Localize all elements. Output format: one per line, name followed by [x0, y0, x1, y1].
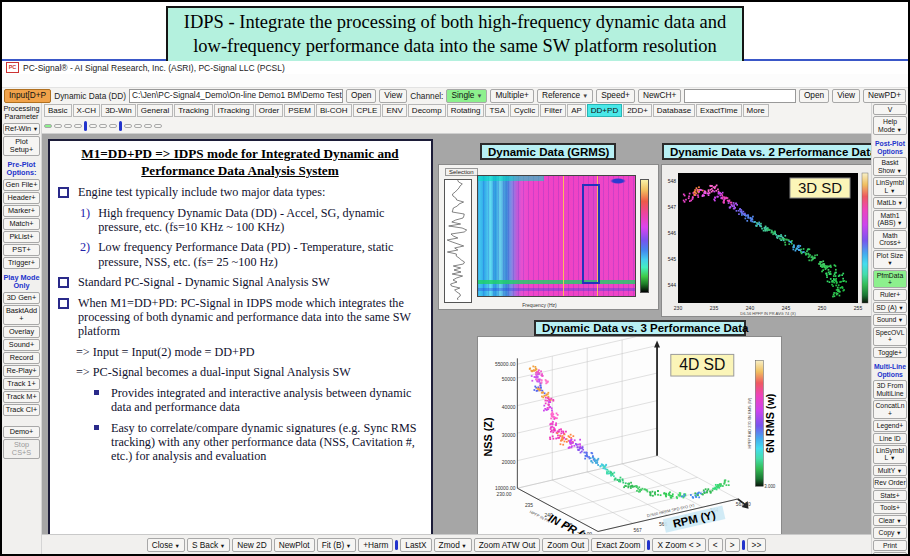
bottom-toolbar-button[interactable]: > ▼	[725, 538, 740, 552]
parameter-tab[interactable]: AP ▼	[567, 104, 586, 117]
left-sidebar-button[interactable]: PST+ ▼	[3, 244, 40, 256]
newpd-button[interactable]: NewPD+	[863, 89, 906, 103]
file-path-combobox[interactable]: C:\Jen\PC-Signal4_Demo\On-line Demo1 BM\…	[129, 89, 343, 103]
text-item[interactable]: => PC-Signal becomes a dual-input Signal…	[56, 365, 424, 379]
idps-button[interactable]	[99, 124, 107, 128]
right-sidebar-button[interactable]: Ruler+ ▼	[873, 289, 907, 300]
bottom-toolbar-button[interactable]: Fit (B) ▼	[317, 538, 357, 552]
idps-button[interactable]	[89, 124, 97, 128]
bottom-toolbar-button[interactable]: Zoom Out ▼	[542, 538, 589, 552]
right-sidebar-button[interactable]: Math Cross+ ▼	[873, 230, 907, 249]
parameter-tab[interactable]: X-CH ▼	[73, 104, 101, 117]
right-sidebar-button[interactable]: 3D From MultiLine ▼	[873, 380, 907, 399]
scatter-plot-2pd[interactable]: 548547546545544230235240245250255D6-56 H…	[662, 165, 871, 316]
idps-button[interactable]	[124, 124, 132, 128]
right-sidebar-button[interactable]: Baskt Show ▼	[873, 157, 907, 176]
bottom-toolbar-button[interactable]: Close ▼	[147, 538, 185, 552]
left-sidebar-button[interactable]: Re-Play+ ▼	[3, 365, 40, 377]
pd-path-field[interactable]	[684, 89, 795, 103]
parameter-tab[interactable]: More ▼	[743, 104, 769, 117]
parameter-tab[interactable]: DD+PD ▼	[587, 104, 622, 117]
view-button[interactable]: View	[379, 89, 407, 103]
right-sidebar-button[interactable]: Legend+ ▼	[873, 420, 907, 431]
parameter-tab[interactable]: 3D-Win ▼	[101, 104, 136, 117]
scatter-plot-3d[interactable]: 55000.005000040000300002000010000.00230.…	[478, 337, 781, 534]
parameter-tab[interactable]: iTracking ▼	[214, 104, 254, 117]
text-item[interactable]: Engine test typically include two major …	[56, 185, 424, 199]
idps-button[interactable]	[44, 124, 52, 128]
idps-button[interactable]	[154, 124, 162, 128]
right-sidebar-button[interactable]: MultY ▼	[873, 465, 907, 476]
left-sidebar-button[interactable]: Demo+ ▼	[3, 426, 40, 438]
channel-multiple-button[interactable]: Multiple+	[490, 89, 533, 103]
left-sidebar-button[interactable]: PkList+ ▼	[3, 231, 40, 243]
text-item[interactable]: 1) High frequency Dynamic Data (DD) - Ac…	[56, 206, 424, 234]
parameter-tab[interactable]: Bi-COH ▼	[316, 104, 352, 117]
right-sidebar-button[interactable]: Sound ▼	[873, 314, 907, 325]
channel-single-dropdown[interactable]: Single▼	[446, 89, 487, 103]
parameter-tab[interactable]: ENV ▼	[382, 104, 406, 117]
scatter2pd-plot-panel[interactable]: 548547546545544230235240245250255D6-56 H…	[661, 164, 871, 317]
newch-button[interactable]: NewCH+	[638, 89, 681, 103]
left-sidebar-button[interactable]: Plot Setup+ ▼	[3, 136, 40, 156]
parameter-tab[interactable]: General ▼	[137, 104, 173, 117]
parameter-tab[interactable]: ExactTime ▼	[696, 104, 742, 117]
right-sidebar-button[interactable]: SpecOVL+ ▼	[873, 327, 907, 346]
left-sidebar-button[interactable]: Track M+ ▼	[3, 391, 40, 403]
bottom-toolbar-button[interactable]: Zoom ATW Out ▼	[474, 538, 541, 552]
right-sidebar-button[interactable]: Math1 (ABS) ▼	[873, 210, 907, 229]
parameter-tab[interactable]: Basic ▼	[44, 104, 72, 117]
bottom-toolbar-button[interactable]: Exact Zoom ▼	[591, 538, 645, 552]
right-sidebar-button[interactable]: Help Mode ▼	[873, 116, 907, 135]
open-button[interactable]: Open	[346, 89, 376, 103]
parameter-tab[interactable]: Order ▼	[255, 104, 283, 117]
right-sidebar-button[interactable]: Line ID ▼	[873, 433, 907, 444]
bottom-toolbar-button[interactable]: X Zoom < > ▼	[652, 538, 705, 552]
bottom-toolbar-button[interactable]: NewPlot ▼	[274, 538, 315, 552]
right-sidebar-button[interactable]: Tools+ ▼	[873, 502, 907, 513]
left-sidebar-button[interactable]: Trigger+ ▼	[3, 257, 40, 269]
left-sidebar-button[interactable]: Track 1+ ▼	[3, 378, 40, 390]
parameter-tab[interactable]: 2DD+ ▼	[623, 104, 652, 117]
parameter-tab[interactable]: Filter ▼	[540, 104, 566, 117]
right-sidebar-button[interactable]: Copy ▼	[873, 527, 907, 538]
left-sidebar-button[interactable]: Track CI+ ▼	[3, 404, 40, 416]
right-sidebar-button[interactable]: Plot Size ▼	[873, 250, 907, 269]
parameter-tab[interactable]: Rotating ▼	[447, 104, 485, 117]
pd-open-button[interactable]: Open	[799, 89, 829, 103]
bottom-toolbar-button[interactable]: LastX ▼	[400, 538, 431, 552]
right-sidebar-button[interactable]: ConcatLn+ ▼	[873, 400, 907, 419]
idps-button[interactable]	[144, 124, 152, 128]
parameter-tab[interactable]: Tracking ▼	[174, 104, 212, 117]
reference-dropdown[interactable]: Reference▼	[537, 89, 593, 103]
left-sidebar-button[interactable]: Header+ ▼	[3, 192, 40, 204]
right-sidebar-button[interactable]: MatLb ▼	[873, 197, 907, 208]
text-item[interactable]: => Input = Input(2) mode = DD+PD	[56, 345, 424, 359]
idps-button[interactable]	[134, 124, 142, 128]
right-sidebar-button[interactable]: SD (A) ▼	[873, 302, 907, 313]
text-item[interactable]: When M1=DD+PD: PC-Signal in IDPS mode wh…	[56, 296, 424, 338]
selection-button[interactable]: Selection	[445, 168, 478, 176]
bottom-toolbar-button[interactable]: < ▼	[708, 538, 723, 552]
bottom-toolbar-button[interactable]: Zmod ▼	[434, 538, 472, 552]
parameter-tab[interactable]: TSA ▼	[485, 104, 509, 117]
right-sidebar-button[interactable]: Recall ▼	[873, 552, 907, 554]
speed-button[interactable]: Speed+	[596, 89, 635, 103]
pd-view-button[interactable]: View	[832, 89, 860, 103]
scatter3pd-plot-panel[interactable]: 55000.005000040000300002000010000.00230.…	[477, 336, 782, 534]
bottom-toolbar-button[interactable]: New 2D ▼	[232, 538, 272, 552]
idps-button[interactable]	[74, 124, 82, 128]
left-sidebar-button[interactable]: BasktAdd+ ▼	[3, 305, 40, 325]
right-sidebar-button[interactable]: Stats+ ▼	[873, 490, 907, 501]
right-sidebar-button[interactable]: Rev Order ▼	[873, 477, 907, 488]
text-item[interactable]: 2) Low frequency Performance Data (PD) -…	[56, 240, 424, 268]
bottom-toolbar-button[interactable]: S Back ▼	[187, 538, 230, 552]
selection-box[interactable]	[582, 184, 600, 284]
right-sidebar-button[interactable]: PfmData + ▼	[873, 270, 907, 289]
parameter-tab[interactable]: Cyclic ▼	[510, 104, 539, 117]
bottom-toolbar-button[interactable]: >> ▼	[747, 538, 767, 552]
parameter-tab[interactable]: Database ▼	[653, 104, 695, 117]
text-item[interactable]: Easy to correlate/compare dynamic signat…	[56, 421, 424, 463]
text-item[interactable]: Provides integrated and interactive anal…	[56, 386, 424, 414]
bottom-toolbar-button[interactable]: +Harm ▼	[358, 538, 393, 552]
